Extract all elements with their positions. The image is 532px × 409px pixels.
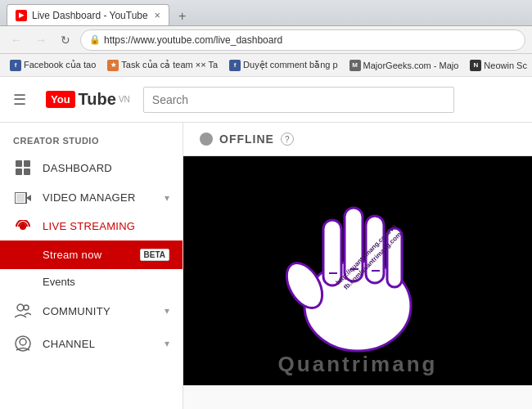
svg-point-11 bbox=[20, 339, 26, 345]
bookmark-fb2-icon: f bbox=[229, 60, 241, 71]
svg-rect-3 bbox=[24, 169, 30, 175]
stream-now-badge: BETA bbox=[140, 249, 169, 261]
video-manager-label: VIDEO MANAGER bbox=[43, 191, 165, 204]
yt-logo-text: Tube bbox=[79, 90, 116, 109]
offline-dot bbox=[200, 133, 213, 146]
youtube-logo: You Tube VN bbox=[46, 90, 130, 109]
help-icon[interactable]: ? bbox=[281, 133, 294, 146]
bookmark-major-icon: M bbox=[349, 60, 361, 71]
channel-label: CHANNEL bbox=[43, 338, 165, 350]
community-chevron: ▾ bbox=[165, 305, 169, 317]
sidebar-item-live-streaming[interactable]: LIVE STREAMING bbox=[0, 212, 183, 240]
refresh-button[interactable]: ↻ bbox=[56, 30, 75, 50]
channel-chevron: ▾ bbox=[165, 338, 169, 349]
offline-bar: OFFLINE ? bbox=[183, 123, 532, 156]
svg-point-9 bbox=[24, 305, 29, 310]
bookmark-neowin[interactable]: N Neowin Sc bbox=[465, 58, 532, 73]
sidebar-section-title: CREATOR STUDIO bbox=[0, 123, 183, 152]
dashboard-label: DASHBOARD bbox=[43, 162, 169, 174]
community-label: COMMUNITY bbox=[43, 305, 165, 317]
sidebar-item-channel[interactable]: CHANNEL ▾ bbox=[0, 327, 183, 360]
active-tab[interactable]: ▶ Live Dashboard - YouTube × bbox=[7, 4, 169, 25]
offline-label: OFFLINE bbox=[219, 133, 274, 146]
search-input[interactable] bbox=[143, 87, 454, 113]
tab-bar: ▶ Live Dashboard - YouTube × + bbox=[7, 0, 194, 25]
lock-icon: 🔒 bbox=[89, 34, 101, 45]
bookmark-fb2[interactable]: f Duyệt comment bằng p bbox=[224, 58, 343, 73]
yt-logo-icon: You bbox=[46, 91, 75, 108]
bookmark-task[interactable]: ★ Task của cả team ×× Ta bbox=[102, 58, 223, 73]
hand-mascot: http://quantrimang.com/vnfb.com/quantrim… bbox=[276, 179, 440, 362]
bookmark-neowin-icon: N bbox=[470, 60, 481, 71]
back-button[interactable]: ← bbox=[7, 30, 26, 50]
sidebar-item-stream-now[interactable]: Stream now BETA bbox=[0, 240, 183, 269]
video-preview: http://quantrimang.com/vnfb.com/quantrim… bbox=[183, 156, 532, 385]
bookmark-neowin-label: Neowin Sc bbox=[484, 61, 527, 70]
main-content: OFFLINE ? bbox=[183, 123, 532, 409]
events-label: Events bbox=[43, 276, 75, 288]
hamburger-button[interactable]: ☰ bbox=[13, 91, 26, 109]
bookmark-fb1[interactable]: f Facebook của tao bbox=[5, 58, 101, 73]
sidebar-item-dashboard[interactable]: DASHBOARD bbox=[0, 152, 183, 183]
sidebar: CREATOR STUDIO DASHBOARD bbox=[0, 123, 183, 409]
dashboard-icon bbox=[13, 160, 33, 175]
bookmarks-bar: f Facebook của tao ★ Task của cả team ××… bbox=[0, 54, 532, 77]
bookmark-fb2-label: Duyệt comment bằng p bbox=[243, 60, 338, 70]
bookmark-fb1-label: Facebook của tao bbox=[24, 60, 96, 70]
sidebar-item-video-manager[interactable]: VIDEO MANAGER ▾ bbox=[0, 183, 183, 212]
yt-logo-region: VN bbox=[119, 95, 130, 104]
page-content: ☰ You Tube VN CREATOR STUDIO bbox=[0, 77, 532, 409]
title-bar: ▶ Live Dashboard - YouTube × + bbox=[0, 0, 532, 26]
svg-rect-2 bbox=[16, 169, 22, 175]
svg-rect-0 bbox=[16, 160, 22, 167]
tab-title: Live Dashboard - YouTube bbox=[32, 10, 148, 21]
watermark-bottom: Quantrimang bbox=[278, 352, 438, 377]
svg-point-8 bbox=[17, 304, 24, 311]
bookmark-fb1-icon: f bbox=[10, 60, 21, 71]
svg-rect-1 bbox=[24, 160, 30, 167]
forward-button[interactable]: → bbox=[31, 30, 51, 50]
svg-point-7 bbox=[20, 223, 26, 230]
channel-icon bbox=[13, 335, 33, 352]
tab-favicon: ▶ bbox=[16, 10, 27, 21]
url-text: https://www.youtube.com/live_dashboard bbox=[104, 34, 282, 46]
main-layout: CREATOR STUDIO DASHBOARD bbox=[0, 123, 532, 409]
bookmark-task-label: Task của cả team ×× Ta bbox=[121, 60, 218, 70]
bookmark-major-label: MajorGeeks.com - Majo bbox=[363, 61, 459, 70]
bookmark-major[interactable]: M MajorGeeks.com - Majo bbox=[345, 58, 464, 73]
live-streaming-icon bbox=[13, 221, 33, 232]
youtube-header: ☰ You Tube VN bbox=[0, 77, 532, 123]
tab-close-button[interactable]: × bbox=[155, 10, 160, 21]
live-streaming-label: LIVE STREAMING bbox=[43, 220, 169, 232]
sidebar-item-events[interactable]: Events bbox=[0, 269, 183, 294]
url-bar[interactable]: 🔒 https://www.youtube.com/live_dashboard bbox=[80, 29, 525, 51]
sidebar-item-community[interactable]: COMMUNITY ▾ bbox=[0, 294, 183, 327]
address-bar: ← → ↻ 🔒 https://www.youtube.com/live_das… bbox=[0, 26, 532, 54]
browser-frame: ▶ Live Dashboard - YouTube × + ← → ↻ 🔒 h… bbox=[0, 0, 532, 409]
stream-now-label: Stream now bbox=[43, 249, 135, 261]
bookmark-task-icon: ★ bbox=[107, 60, 119, 71]
video-manager-icon bbox=[13, 192, 33, 204]
community-icon bbox=[13, 303, 33, 319]
new-tab-button[interactable]: + bbox=[171, 7, 194, 25]
video-manager-chevron: ▾ bbox=[165, 192, 169, 204]
svg-rect-5 bbox=[16, 194, 25, 202]
